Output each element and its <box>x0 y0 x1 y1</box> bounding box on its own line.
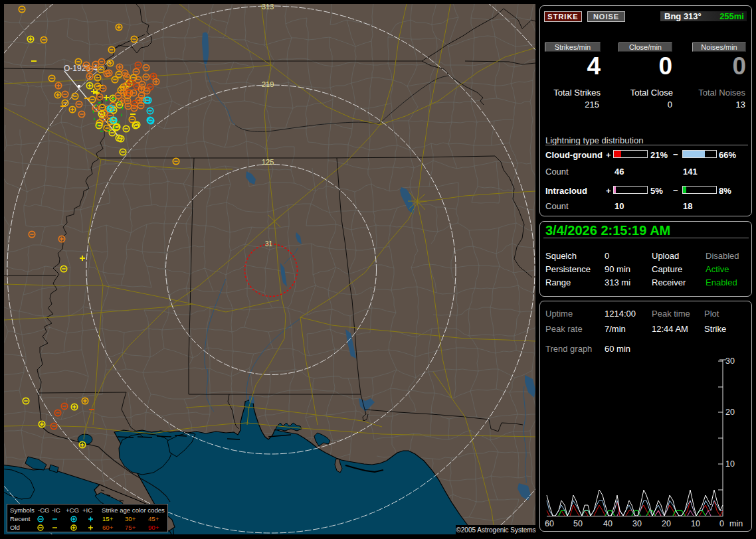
svg-text:50: 50 <box>573 519 583 528</box>
svg-text:219: 219 <box>262 80 274 88</box>
svg-text:10: 10 <box>691 519 700 528</box>
svg-text:31: 31 <box>265 240 273 248</box>
svg-text:20: 20 <box>725 408 735 417</box>
svg-text:40: 40 <box>603 519 613 528</box>
svg-text:10: 10 <box>725 459 735 469</box>
svg-text:313: 313 <box>262 4 274 11</box>
svg-text:30: 30 <box>725 356 735 366</box>
svg-text:60: 60 <box>545 519 554 528</box>
svg-text:125: 125 <box>262 158 274 166</box>
svg-text:20: 20 <box>662 519 671 528</box>
svg-text:30: 30 <box>632 519 642 528</box>
svg-text:min: min <box>729 519 743 528</box>
svg-text:0: 0 <box>719 519 724 528</box>
